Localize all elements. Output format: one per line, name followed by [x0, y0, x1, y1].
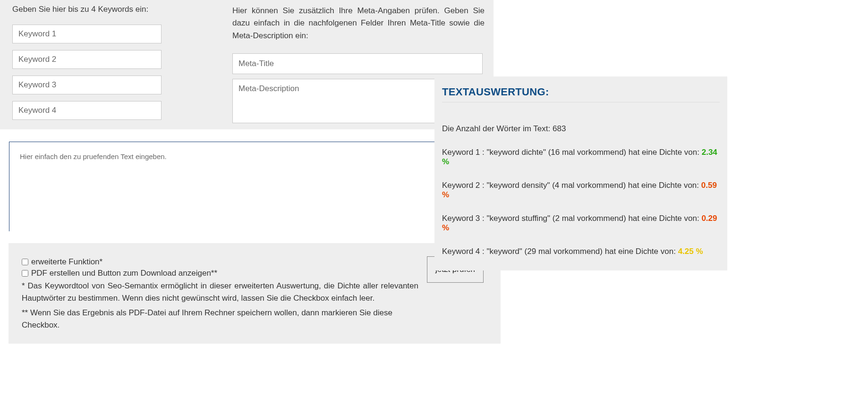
options-panel: erweiterte Funktion* PDF erstellen und B…	[9, 243, 501, 344]
keyword-2-input[interactable]	[12, 50, 162, 69]
result-pct: 4.25 %	[678, 247, 703, 256]
results-panel: TEXTAUSWERTUNG: Die Anzahl der Wörter im…	[434, 76, 727, 270]
keywords-label: Geben Sie hier bis zu 4 Keywords ein:	[12, 5, 230, 14]
result-text: Keyword 2 : "keyword density" (4 mal vor…	[442, 181, 701, 190]
extended-function-checkbox[interactable]	[22, 259, 28, 265]
footnote-2: ** Wenn Sie das Ergebnis als PDF-Datei a…	[22, 307, 418, 332]
meta-instruction: Hier können Sie zusätzlich Ihre Meta-Ang…	[232, 5, 485, 42]
result-text: Keyword 4 : "keyword" (29 mal vorkommend…	[442, 247, 678, 256]
main-text-input[interactable]	[9, 142, 492, 231]
keyword-1-input[interactable]	[12, 25, 162, 43]
results-heading: TEXTAUSWERTUNG:	[442, 86, 720, 98]
result-row-2: Keyword 2 : "keyword density" (4 mal vor…	[442, 181, 720, 200]
results-divider	[442, 102, 720, 102]
meta-title-input[interactable]	[232, 53, 483, 74]
result-text: Keyword 1 : "keyword dichte" (16 mal vor…	[442, 148, 702, 157]
extended-function-label[interactable]: erweiterte Funktion*	[31, 257, 102, 267]
footnote-1: * Das Keywordtool von Seo-Semantix ermög…	[22, 280, 418, 305]
keyword-3-input[interactable]	[12, 76, 162, 94]
result-text: Keyword 3 : "keyword stuffing" (2 mal vo…	[442, 214, 701, 223]
keyword-4-input[interactable]	[12, 101, 162, 120]
result-row-4: Keyword 4 : "keyword" (29 mal vorkommend…	[442, 247, 720, 256]
pdf-checkbox[interactable]	[22, 270, 28, 277]
result-row-3: Keyword 3 : "keyword stuffing" (2 mal vo…	[442, 214, 720, 233]
input-panel: Geben Sie hier bis zu 4 Keywords ein: Hi…	[0, 0, 494, 129]
wordcount-label: Die Anzahl der Wörter im Text:	[442, 124, 553, 133]
keywords-column: Geben Sie hier bis zu 4 Keywords ein:	[12, 5, 230, 127]
result-row-1: Keyword 1 : "keyword dichte" (16 mal vor…	[442, 148, 720, 167]
wordcount-value: 683	[553, 124, 566, 133]
wordcount-line: Die Anzahl der Wörter im Text: 683	[442, 124, 720, 134]
pdf-label[interactable]: PDF erstellen und Button zum Download an…	[31, 269, 217, 278]
